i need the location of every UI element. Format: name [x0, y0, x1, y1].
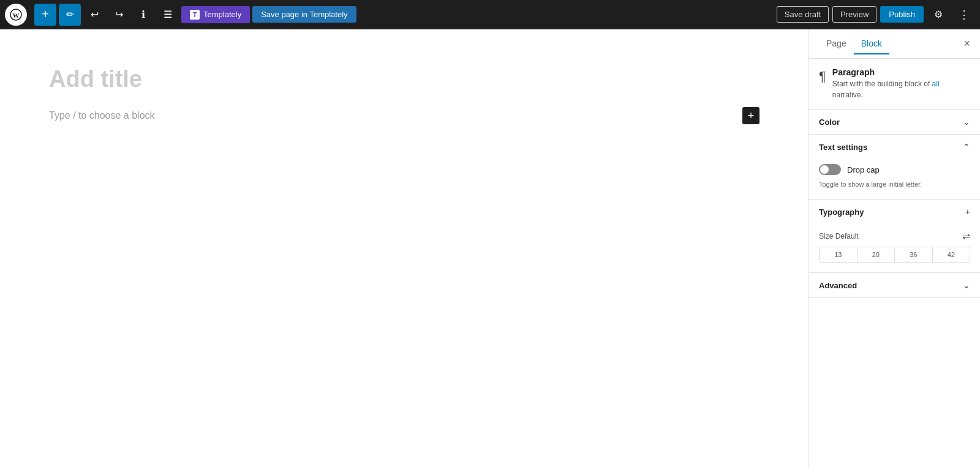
font-size-13[interactable]: 13 — [820, 247, 858, 262]
add-block-button[interactable]: + — [34, 4, 56, 26]
info-icon: ℹ — [141, 9, 145, 20]
size-controls-icon[interactable]: ⇌ — [962, 230, 970, 242]
save-templately-button[interactable]: Save page in Templately — [252, 6, 356, 23]
info-button[interactable]: ℹ — [132, 4, 154, 26]
size-label: Size Default — [819, 232, 859, 241]
color-section-title: Color — [819, 118, 840, 127]
preview-label: Preview — [840, 10, 869, 19]
right-sidebar: Page Block × ¶ Paragraph Start with the … — [809, 29, 980, 467]
font-size-36[interactable]: 36 — [895, 247, 933, 262]
inline-add-block-button[interactable]: + — [742, 107, 760, 124]
templately-button[interactable]: T Templately — [181, 6, 250, 23]
close-icon: × — [963, 37, 970, 50]
drop-cap-toggle[interactable] — [819, 164, 841, 175]
editor-title[interactable]: Add title — [49, 66, 760, 92]
typography-section: Typography + Size Default ⇌ 13 20 36 42 — [809, 200, 980, 273]
list-view-button[interactable]: ☰ — [157, 4, 179, 26]
tab-block-label: Block — [861, 39, 882, 48]
typography-plus-icon: + — [965, 207, 970, 217]
all-link[interactable]: all — [932, 80, 940, 88]
advanced-chevron-icon: ⌄ — [963, 280, 970, 290]
undo-icon: ↩ — [91, 9, 99, 20]
block-placeholder: Type / to choose a block — [49, 110, 155, 121]
toolbar-left: W + ✏ ↩ ↪ ℹ ☰ T Templately Save page in … — [5, 4, 777, 26]
undo-button[interactable]: ↩ — [83, 4, 105, 26]
editor-block-area: Type / to choose a block + — [49, 107, 760, 124]
inline-plus-icon: + — [748, 110, 755, 122]
redo-button[interactable]: ↪ — [108, 4, 130, 26]
templately-label: Templately — [203, 10, 241, 19]
advanced-section: Advanced ⌄ — [809, 273, 980, 298]
text-settings-section: Text settings ⌃ Drop cap Toggle to show … — [809, 135, 980, 200]
tab-page[interactable]: Page — [819, 34, 854, 54]
block-info-text: Paragraph Start with the building block … — [832, 67, 970, 100]
templately-icon: T — [190, 10, 200, 20]
list-icon: ☰ — [164, 9, 172, 20]
save-draft-label: Save draft — [785, 10, 821, 19]
typography-section-title: Typography — [819, 207, 864, 217]
settings-button[interactable]: ⚙ — [927, 4, 949, 26]
title-placeholder: Add title — [49, 66, 142, 92]
gear-icon: ⚙ — [934, 9, 943, 20]
preview-button[interactable]: Preview — [832, 6, 876, 23]
tab-block[interactable]: Block — [854, 34, 889, 54]
size-row: Size Default ⇌ — [819, 230, 970, 242]
plus-icon: + — [42, 7, 49, 21]
sidebar-tabs: Page Block × — [809, 29, 980, 59]
more-options-button[interactable]: ⋮ — [953, 4, 975, 26]
block-info: ¶ Paragraph Start with the building bloc… — [809, 59, 980, 110]
color-section-header[interactable]: Color ⌄ — [809, 110, 980, 134]
font-size-20[interactable]: 20 — [858, 247, 895, 262]
save-draft-button[interactable]: Save draft — [777, 6, 829, 23]
block-name: Paragraph — [832, 67, 970, 77]
editor-area: Add title Type / to choose a block + — [0, 29, 809, 467]
publish-label: Publish — [889, 10, 915, 19]
tab-page-label: Page — [826, 39, 846, 48]
drop-cap-label: Drop cap — [847, 165, 880, 174]
sidebar-close-button[interactable]: × — [963, 37, 970, 50]
advanced-section-header[interactable]: Advanced ⌄ — [809, 273, 980, 297]
typography-section-header[interactable]: Typography + — [809, 200, 980, 224]
toolbar-right: Save draft Preview Publish ⚙ ⋮ — [777, 4, 975, 26]
more-icon: ⋮ — [959, 8, 970, 21]
color-chevron-icon: ⌄ — [963, 117, 970, 127]
save-templately-label: Save page in Templately — [261, 10, 347, 19]
text-settings-chevron-icon: ⌃ — [963, 142, 970, 152]
typography-body: Size Default ⇌ 13 20 36 42 — [809, 224, 980, 272]
advanced-section-title: Advanced — [819, 281, 857, 290]
pencil-icon: ✏ — [66, 9, 74, 20]
text-settings-title: Text settings — [819, 143, 867, 152]
tools-button[interactable]: ✏ — [59, 4, 81, 26]
wp-logo: W — [5, 4, 27, 26]
color-section: Color ⌄ — [809, 110, 980, 135]
svg-text:W: W — [13, 11, 20, 18]
text-settings-body: Drop cap Toggle to show a large initial … — [809, 159, 980, 199]
paragraph-icon: ¶ — [819, 69, 826, 84]
main-layout: Add title Type / to choose a block + Pag… — [0, 29, 980, 467]
font-size-42[interactable]: 42 — [933, 247, 970, 262]
font-size-options: 13 20 36 42 — [819, 247, 970, 263]
drop-cap-row: Drop cap — [819, 164, 970, 175]
text-settings-header[interactable]: Text settings ⌃ — [809, 135, 980, 159]
redo-icon: ↪ — [115, 9, 123, 20]
drop-cap-hint: Toggle to show a large initial letter. — [819, 180, 970, 189]
toggle-knob — [820, 165, 829, 174]
toolbar: W + ✏ ↩ ↪ ℹ ☰ T Templately Save page in … — [0, 0, 980, 29]
block-description: Start with the building block of all nar… — [832, 78, 970, 100]
publish-button[interactable]: Publish — [880, 6, 924, 23]
